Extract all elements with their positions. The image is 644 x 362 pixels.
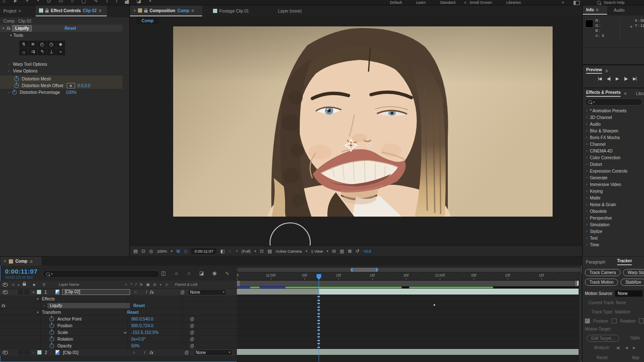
transparency-grid-icon[interactable]: ▨ [267, 248, 272, 254]
layer-row-clip01[interactable]: › 2 [Clip 01] ∩ / fx @ None▾ [0, 349, 237, 356]
solo-column-icon[interactable]: ● [18, 283, 19, 286]
position-value[interactable]: 900.0,724.0 [131, 323, 153, 328]
tab-info[interactable]: Info [586, 8, 594, 12]
lock-icon[interactable] [45, 10, 49, 13]
tab-paragraph[interactable]: Paragraph [586, 260, 605, 264]
stopwatch-icon[interactable] [49, 337, 54, 341]
effects-category[interactable]: › Perspective [583, 215, 644, 221]
search-help-input[interactable]: Search Help [604, 0, 625, 5]
tool-icon[interactable]: ▭ [58, 0, 63, 4]
effects-category[interactable]: › Simulation [583, 221, 644, 228]
workspace-tab[interactable]: Libraries [506, 0, 521, 5]
chevron-right-icon[interactable]: › [586, 202, 587, 207]
rotation-value[interactable]: 0x+0.0° [131, 337, 145, 341]
track-motion-button[interactable]: Track Motion [585, 279, 618, 286]
twirl-down-icon[interactable]: ▾ [37, 297, 39, 301]
panel-menu-icon[interactable]: ≡ [191, 8, 194, 13]
scale-value[interactable]: -152.5,152.5% [131, 330, 158, 335]
panel-menu-icon[interactable]: ≡ [30, 259, 32, 264]
chevron-right-icon[interactable]: › [586, 169, 587, 173]
effects-category[interactable]: › 3D Channel [583, 114, 644, 121]
transform-reset-button[interactable]: Reset [127, 310, 138, 315]
motion-blur-icon[interactable]: ◉ [212, 270, 216, 276]
quality-switch-icon[interactable]: / [146, 290, 147, 295]
effects-category[interactable]: › Immersive Video [583, 181, 644, 188]
effects-category[interactable]: › Channel [583, 141, 644, 147]
twirl-right-icon[interactable]: › [8, 62, 10, 66]
last-frame-button[interactable]: ▶| [633, 76, 636, 81]
effects-search-input[interactable]: ▾ [585, 98, 642, 106]
effects-category[interactable]: › Expression Controls [583, 168, 644, 174]
chevron-down-icon[interactable]: ▾ [254, 249, 256, 253]
share-view-icon[interactable]: ⊟ [332, 248, 336, 254]
twirl-right-icon[interactable]: › [8, 90, 10, 94]
tab-audio[interactable]: Audio [614, 8, 625, 13]
shift-pixels-tool-icon[interactable]: ⇉ [29, 48, 37, 55]
effects-category[interactable]: › Text [583, 235, 644, 241]
chevron-right-icon[interactable]: › [586, 196, 587, 200]
opacity-value[interactable]: 50% [131, 344, 140, 348]
options-button[interactable]: Optio [630, 336, 640, 342]
transform-group-row[interactable]: ▾ Transform Reset [0, 309, 237, 315]
current-time-display[interactable]: 0:00:11:07 [5, 268, 38, 275]
clip01-track-bar[interactable] [237, 349, 581, 355]
workspace-active-menu-icon[interactable]: ≡ [464, 0, 466, 5]
timeline-tab-comp[interactable]: × Comp ≡ [0, 257, 42, 266]
resolution-select[interactable]: (Full) [242, 249, 251, 253]
tool-icon[interactable]: I [116, 0, 117, 4]
layer-label-swatch[interactable] [37, 350, 42, 354]
pickwhip-icon[interactable]: @ [190, 337, 194, 341]
tab-layer[interactable]: Layer (none) [275, 5, 323, 16]
workspace-tab[interactable]: Default [390, 0, 402, 5]
scale-checkbox[interactable] [639, 318, 644, 323]
chevron-right-icon[interactable]: › [586, 149, 587, 153]
tab-libraries[interactable]: Libra [636, 91, 644, 96]
target-region-icon[interactable]: ⊡ [260, 248, 264, 254]
lock-column-icon[interactable] [23, 283, 26, 286]
liquify-reset-button[interactable]: Reset [133, 303, 145, 308]
next-frame-button[interactable]: |▶ [624, 76, 627, 81]
stabilize-motion-button[interactable]: Stabilize [621, 279, 644, 286]
chevron-down-icon[interactable]: ▾ [306, 249, 307, 253]
tool-icon[interactable]: ◪ [136, 0, 141, 4]
video-column-icon[interactable] [3, 283, 8, 287]
workspace-tab[interactable]: Small Screen [470, 0, 492, 5]
show-snapshot-icon[interactable]: ◌ [229, 248, 231, 254]
panel-menu-icon[interactable]: ≡ [596, 7, 598, 12]
chevron-right-icon[interactable]: › [586, 189, 587, 193]
position-checkbox[interactable] [585, 318, 590, 323]
time-navigator-handle[interactable] [351, 268, 378, 272]
parent-pickwhip-icon[interactable]: @ [180, 290, 184, 295]
analyze-backward-button[interactable]: ◀ [625, 346, 628, 350]
comp-subtab[interactable]: Comp [136, 17, 159, 24]
chevron-right-icon[interactable]: › [586, 109, 587, 113]
distortion-percentage-value[interactable]: 100% [66, 90, 77, 95]
quality-switch-icon[interactable]: / [144, 350, 145, 355]
frame-blending-icon[interactable]: ◪ [199, 270, 204, 276]
tool-icon[interactable]: × [149, 0, 152, 4]
close-icon[interactable]: × [18, 9, 21, 13]
layer-name[interactable]: [Clip 02] [62, 289, 130, 295]
stopwatch-icon[interactable] [49, 330, 54, 335]
bloat-tool-icon[interactable]: ☼ [19, 48, 28, 55]
chevron-right-icon[interactable]: › [586, 162, 587, 166]
tab-tracker[interactable]: Tracker [617, 259, 632, 265]
first-frame-button[interactable]: |◀ [598, 76, 601, 81]
stopwatch-icon[interactable] [14, 83, 19, 88]
effects-category[interactable]: › Matte [583, 194, 644, 201]
effects-category[interactable]: › Distort [583, 161, 644, 168]
view-options-group[interactable]: View Options [13, 69, 38, 73]
constrain-link-icon[interactable]: ∞ [124, 330, 127, 335]
parent-select[interactable]: None▾ [194, 349, 232, 356]
liquify-effect-row[interactable]: fx › Liquify Reset [0, 302, 237, 309]
position-row[interactable]: Position 900.0,724.0 @ [0, 322, 237, 329]
grid-guides-icon[interactable]: ⊞ [177, 248, 180, 254]
quality-column-icon[interactable]: / [135, 282, 137, 287]
workspace-switcher-icon[interactable] [574, 1, 580, 5]
parent-pickwhip-icon[interactable]: @ [184, 350, 189, 355]
workspace-tab[interactable]: Standard [440, 0, 456, 5]
effects-category[interactable]: › Blur & Sharpen [583, 127, 644, 134]
chevron-right-icon[interactable]: › [586, 229, 587, 233]
time-navigator-track[interactable] [237, 268, 581, 272]
stopwatch-icon[interactable] [14, 77, 19, 81]
